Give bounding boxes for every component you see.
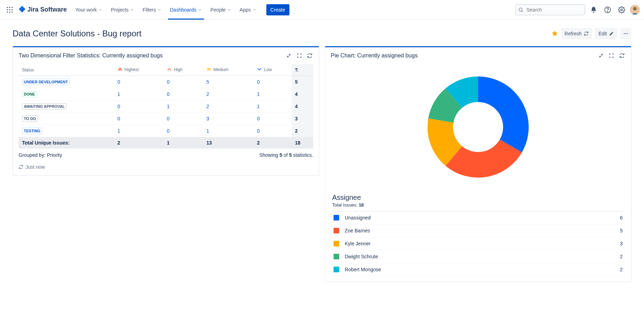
- nav-item-people[interactable]: People: [206, 0, 236, 20]
- chevron-down-icon: [252, 8, 257, 12]
- legend-count: 2: [620, 267, 623, 272]
- search-icon: [518, 7, 524, 14]
- settings-icon[interactable]: [616, 4, 627, 15]
- table-totals-row: Total Unique Issues:2113218: [19, 137, 313, 149]
- more-button[interactable]: [620, 28, 631, 39]
- dashboard: Two Dimensional Filter Statistics: Curre…: [0, 43, 644, 290]
- svg-point-7: [9, 12, 10, 13]
- col-total: T:: [292, 64, 313, 76]
- pie-gadget: Pie Chart: Currently assigned bugs Assig…: [325, 46, 631, 282]
- refresh-gadget-icon[interactable]: [306, 52, 313, 59]
- nav-item-apps[interactable]: Apps: [236, 0, 261, 20]
- donut-chart: [331, 64, 625, 194]
- legend-row[interactable]: Kyle Jenner3: [332, 237, 624, 250]
- legend-name: Zoe Barnes: [345, 228, 620, 233]
- legend-title: Assignee: [332, 194, 624, 202]
- star-icon[interactable]: [551, 30, 558, 38]
- help-icon[interactable]: [602, 4, 613, 15]
- chevron-down-icon: [158, 8, 162, 12]
- status-lozenge[interactable]: TO DO: [22, 115, 38, 122]
- table-row: AWAITING APPROVAL01214: [19, 100, 313, 113]
- notifications-icon[interactable]: [588, 4, 599, 15]
- col-high: High: [163, 64, 203, 76]
- avatar[interactable]: [630, 5, 640, 15]
- page-title: Data Center Solutions - Bug report: [13, 29, 141, 38]
- maximize-icon[interactable]: [608, 52, 615, 59]
- svg-point-8: [12, 12, 13, 13]
- legend-swatch: [334, 215, 339, 220]
- status-lozenge[interactable]: AWAITING APPROVAL: [22, 103, 66, 110]
- svg-point-6: [7, 12, 8, 13]
- chevron-down-icon: [130, 8, 134, 12]
- table-row: UNDER DEVELOPMENT00505: [19, 76, 313, 88]
- search-input[interactable]: [515, 4, 585, 15]
- highest-icon: [118, 67, 122, 73]
- pie-body: Assignee Total Issues: 18 Unassigned6Zoe…: [325, 64, 631, 282]
- grouped-by: Grouped by: Priority: [19, 152, 62, 158]
- col-low: Low: [253, 64, 291, 76]
- refresh-icon: [584, 31, 589, 36]
- status-lozenge[interactable]: UNDER DEVELOPMENT: [22, 79, 70, 85]
- svg-rect-20: [207, 70, 211, 70]
- svg-point-0: [7, 7, 8, 8]
- legend-row[interactable]: Dwight Schrute2: [332, 250, 624, 263]
- page-header: Data Center Solutions - Bug report Refre…: [0, 20, 644, 43]
- table-row: TO DO00303: [19, 113, 313, 125]
- pie-gadget-title: Pie Chart: Currently assigned bugs: [331, 52, 418, 59]
- legend-count: 5: [620, 228, 623, 233]
- minimize-icon[interactable]: [597, 52, 604, 59]
- topnav-left: Jira Software Your workProjectsFiltersDa…: [4, 0, 289, 20]
- svg-point-1: [9, 7, 10, 8]
- nav-item-filters[interactable]: Filters: [138, 0, 166, 20]
- refresh-button[interactable]: Refresh: [561, 28, 592, 39]
- nav-item-dashboards[interactable]: Dashboards: [166, 0, 206, 20]
- minimize-icon[interactable]: [285, 52, 292, 59]
- table-row: DONE10214: [19, 88, 313, 100]
- svg-rect-19: [207, 68, 211, 69]
- medium-icon: [206, 67, 211, 73]
- svg-line-10: [522, 11, 523, 12]
- legend-name: Unassigned: [345, 215, 620, 220]
- legend-name: Dwight Schrute: [345, 254, 620, 259]
- jira-logo[interactable]: Jira Software: [18, 5, 67, 14]
- low-icon: [257, 67, 262, 73]
- product-name: Jira Software: [27, 6, 67, 13]
- edit-button[interactable]: Edit: [595, 28, 617, 39]
- nav-menu: Your workProjectsFiltersDashboardsPeople…: [71, 0, 260, 20]
- svg-point-15: [633, 7, 637, 10]
- legend-count: 2: [620, 254, 623, 259]
- legend-swatch: [334, 254, 339, 259]
- showing-count: Showing 5 of 5 statistics.: [259, 152, 313, 158]
- legend-row[interactable]: Robert Mongose2: [332, 263, 624, 276]
- edit-label: Edit: [598, 31, 607, 36]
- svg-point-16: [624, 33, 625, 34]
- stats-table: Status Highest High Medium Low T: UNDER …: [19, 64, 313, 149]
- maximize-icon[interactable]: [296, 52, 303, 59]
- refresh-label: Refresh: [565, 31, 582, 36]
- svg-point-4: [9, 9, 10, 10]
- legend-count: 3: [620, 241, 623, 246]
- more-icon: [623, 31, 629, 36]
- refresh-gadget-icon[interactable]: [618, 52, 625, 59]
- donut-svg: [419, 68, 538, 187]
- nav-item-your-work[interactable]: Your work: [71, 0, 107, 20]
- gadget-header: Two Dimensional Filter Statistics: Curre…: [13, 47, 319, 64]
- status-lozenge[interactable]: TESTING: [22, 128, 42, 134]
- search-wrap: [515, 4, 585, 15]
- legend-swatch: [334, 267, 339, 272]
- legend-row[interactable]: Unassigned6: [332, 211, 624, 224]
- stats-gadget: Two Dimensional Filter Statistics: Curre…: [13, 46, 319, 176]
- svg-point-3: [7, 9, 8, 10]
- legend-row[interactable]: Zoe Barnes5: [332, 224, 624, 237]
- pie-slice[interactable]: [478, 77, 529, 153]
- legend-name: Kyle Jenner: [345, 241, 620, 246]
- last-refresh: Just now: [19, 158, 313, 170]
- col-status: Status: [19, 64, 114, 76]
- chevron-down-icon: [227, 8, 231, 12]
- jira-logo-icon: [18, 5, 26, 14]
- nav-item-projects[interactable]: Projects: [107, 0, 139, 20]
- legend-subtitle: Total Issues: 18: [332, 202, 624, 208]
- app-switcher-icon[interactable]: [4, 4, 15, 15]
- status-lozenge[interactable]: DONE: [22, 91, 37, 97]
- create-button[interactable]: Create: [266, 4, 289, 15]
